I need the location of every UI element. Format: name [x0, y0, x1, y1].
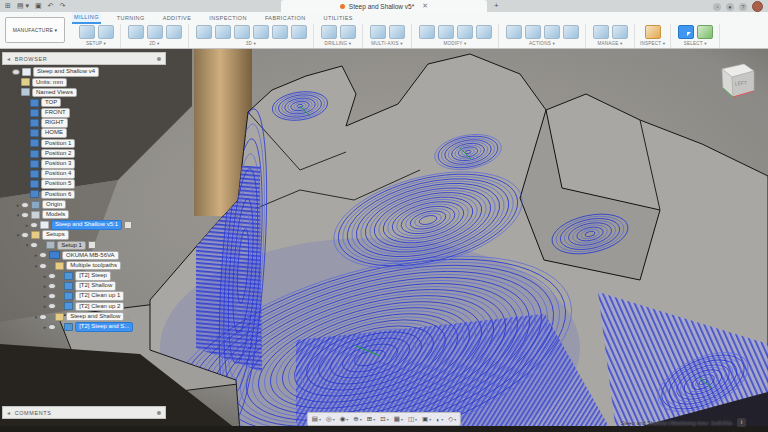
visibility-eye-icon[interactable] — [48, 283, 56, 289]
visibility-eye-icon[interactable] — [39, 263, 47, 269]
close-tab-icon[interactable]: ✕ — [422, 2, 428, 10]
grid-settings-icon[interactable]: ◐▾ — [436, 416, 443, 423]
post-process-icon[interactable] — [525, 25, 541, 39]
measure-icon[interactable] — [645, 25, 661, 39]
group-label[interactable]: DRILLING ▾ — [325, 41, 352, 46]
visibility-eye-icon[interactable] — [39, 314, 47, 320]
group-label[interactable]: ACTIONS ▾ — [529, 41, 555, 46]
visibility-eye-icon[interactable] — [48, 324, 56, 330]
2d-contour-icon[interactable] — [166, 25, 182, 39]
visibility-eye-icon[interactable] — [21, 212, 29, 218]
tree-row[interactable]: ▸✓[T2] Steep and S... — [2, 322, 166, 332]
visibility-eye-icon[interactable] — [21, 232, 29, 238]
browser-header[interactable]: ◂ BROWSER — [2, 52, 166, 65]
display-settings-icon[interactable]: ▦▾ — [394, 415, 403, 423]
undo-icon[interactable]: ↶ — [48, 2, 54, 10]
tree-row[interactable]: ▾Setups — [2, 230, 166, 240]
tree-row[interactable]: RIGHT — [2, 118, 166, 128]
drill-icon[interactable] — [321, 25, 337, 39]
pocket-clearing-icon[interactable] — [215, 25, 231, 39]
zoom-icon[interactable]: ⊕▾ — [353, 415, 361, 423]
comments-options-icon[interactable] — [157, 411, 161, 415]
visibility-eye-icon[interactable] — [39, 252, 47, 258]
tree-row[interactable]: ▸✓[T2] Clean up 1 — [2, 291, 166, 301]
panel-options-icon[interactable] — [157, 57, 161, 61]
tab-inspection[interactable]: INSPECTION — [207, 13, 249, 23]
tree-row[interactable]: Position 4 — [2, 169, 166, 179]
tree-row[interactable]: Position 1 — [2, 138, 166, 148]
2d-pocket-icon[interactable] — [147, 25, 163, 39]
trim-icon[interactable] — [419, 25, 435, 39]
user-avatar[interactable] — [752, 1, 763, 12]
spiral-icon[interactable] — [291, 25, 307, 39]
tree-row[interactable]: ▸OKUMA MB-56VA — [2, 250, 166, 260]
setup-icon[interactable] — [79, 25, 95, 39]
tab-additive[interactable]: ADDITIVE — [161, 13, 194, 23]
parallel-icon[interactable] — [234, 25, 250, 39]
visual-style-icon[interactable]: ▣▾ — [422, 415, 431, 423]
tree-row[interactable]: ▾Models — [2, 210, 166, 220]
pan-icon[interactable]: ⊡▾ — [380, 415, 388, 423]
tree-row[interactable]: ▸✓[T2] Shallow — [2, 281, 166, 291]
section-icon[interactable]: ◇▾ — [448, 415, 456, 423]
tree-row[interactable]: HOME — [2, 128, 166, 138]
group-label[interactable]: MULTI-AXIS ▾ — [371, 41, 402, 46]
tab-milling[interactable]: MILLING — [72, 12, 101, 24]
collapse-panel-icon[interactable]: ◂ — [7, 55, 11, 62]
fit-icon[interactable]: ⊞▾ — [367, 415, 375, 423]
group-label[interactable]: MANAGE ▾ — [597, 41, 622, 46]
toolpath-info-badge[interactable]: i — [737, 418, 746, 427]
help-icon[interactable]: ? — [739, 3, 747, 11]
tool-library-icon[interactable] — [593, 25, 609, 39]
new-tab-button[interactable]: + — [494, 1, 499, 10]
visibility-eye-icon[interactable] — [48, 293, 56, 299]
document-tab[interactable]: Steep and Shallow v5* ✕ — [281, 0, 487, 12]
workspace-switcher[interactable]: MANUFACTURE ▾ — [5, 17, 65, 43]
visibility-eye-icon[interactable] — [30, 242, 38, 248]
group-label[interactable]: SELECT ▾ — [684, 41, 707, 46]
app-grid-icon[interactable]: ⊞ — [5, 2, 11, 10]
bore-icon[interactable] — [340, 25, 356, 39]
tree-row[interactable]: FRONT — [2, 108, 166, 118]
steep-and-shallow-icon[interactable] — [253, 25, 269, 39]
tab-fabrication[interactable]: FABRICATION — [263, 13, 308, 23]
simulate-icon[interactable] — [506, 25, 522, 39]
tree-row[interactable]: ▸Steep and Shallow v5:1 — [2, 220, 166, 230]
multi-axis-contour-icon[interactable] — [389, 25, 405, 39]
tab-turning[interactable]: TURNING — [115, 13, 147, 23]
redo-icon[interactable]: ↷ — [59, 2, 65, 10]
cam-manual-icon[interactable] — [98, 25, 114, 39]
tree-row[interactable]: Position 3 — [2, 159, 166, 169]
comments-panel[interactable]: ◂ COMMENTS — [2, 406, 166, 419]
viewports-icon[interactable]: ◫▾ — [408, 415, 417, 423]
tree-row[interactable]: Position 2 — [2, 149, 166, 159]
scallop-icon[interactable] — [272, 25, 288, 39]
window-select-icon[interactable] — [678, 25, 694, 39]
visibility-eye-icon[interactable] — [48, 273, 56, 279]
file-menu-icon[interactable]: ▤▾ — [312, 415, 321, 423]
edit-passes-icon[interactable] — [457, 25, 473, 39]
tree-row[interactable]: ▾✓Steep and Shallow◌ — [2, 312, 166, 322]
generate-icon[interactable] — [563, 25, 579, 39]
tree-row[interactable]: Units: mm — [2, 77, 166, 87]
job-status-icon[interactable]: ◔ — [713, 3, 721, 11]
expand-comments-icon[interactable]: ◂ — [7, 409, 11, 416]
visibility-eye-icon[interactable] — [21, 202, 29, 208]
visibility-eye-icon[interactable] — [12, 69, 20, 75]
group-label[interactable]: INSPECT ▾ — [640, 41, 665, 46]
tree-row[interactable]: Position 6 — [2, 189, 166, 199]
link-icon[interactable] — [476, 25, 492, 39]
view-cube[interactable]: LEFT — [708, 55, 760, 107]
setup-sheet-icon[interactable] — [544, 25, 560, 39]
delete-passes-icon[interactable] — [438, 25, 454, 39]
save-icon[interactable]: ▣ — [35, 2, 42, 10]
notifications-icon[interactable]: ● — [726, 3, 734, 11]
orbit-icon[interactable]: ◎▾ — [326, 415, 335, 423]
visibility-eye-icon[interactable] — [30, 222, 38, 228]
group-label[interactable]: SETUP ▾ — [86, 41, 106, 46]
file-menu-icon[interactable]: ▤ ▾ — [17, 2, 29, 10]
tree-row[interactable]: TOP — [2, 98, 166, 108]
group-label[interactable]: 3D ▾ — [246, 41, 256, 46]
tree-row[interactable]: ▾Named Views — [2, 87, 166, 97]
tree-row[interactable]: Position 5 — [2, 179, 166, 189]
